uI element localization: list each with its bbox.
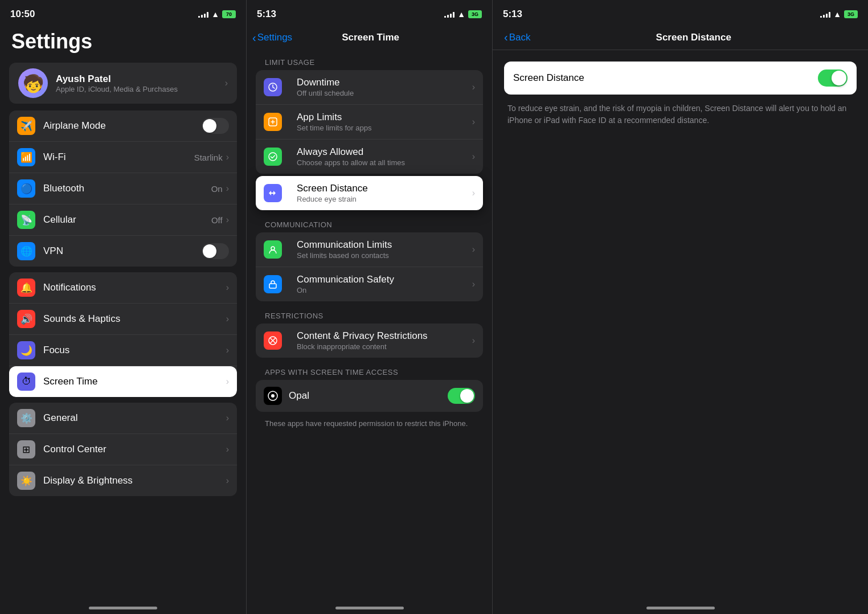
wifi-row[interactable]: 📶 Wi-Fi Starlink ›: [9, 142, 237, 173]
content-restrictions-row[interactable]: Content & Privacy Restrictions Block ina…: [256, 324, 483, 358]
sounds-chevron: ›: [226, 314, 229, 324]
panel-screentime: 5:13 ▲ 3G ‹ Settings Screen Time LIMIT U…: [246, 0, 492, 614]
downtime-label: Downtime: [297, 77, 472, 88]
opal-row[interactable]: Opal: [256, 380, 483, 412]
communication-header: COMMUNICATION: [247, 212, 492, 232]
sounds-row[interactable]: 🔊 Sounds & Haptics ›: [9, 304, 237, 335]
status-bar-2: 5:13 ▲ 3G: [247, 0, 492, 25]
battery-icon-1: 70: [222, 10, 236, 18]
screen-distance-toggle-row[interactable]: Screen Distance: [504, 62, 857, 95]
screen-distance-row[interactable]: Screen Distance Reduce eye strain ›: [256, 176, 483, 210]
vpn-toggle[interactable]: [202, 243, 229, 259]
cellular-label: Cellular: [43, 214, 211, 226]
commsafety-row[interactable]: Communication Safety On ›: [256, 267, 483, 301]
applimits-chevron: ›: [472, 117, 475, 127]
restrictions-header: RESTRICTIONS: [247, 304, 492, 324]
status-time-2: 5:13: [257, 9, 276, 20]
apps-access-header: APPS WITH SCREEN TIME ACCESS: [247, 360, 492, 380]
focus-row[interactable]: 🌙 Focus ›: [9, 335, 237, 366]
vpn-label: VPN: [43, 245, 202, 257]
controlcenter-chevron: ›: [226, 444, 229, 455]
screentime-icon: ⏱: [17, 373, 35, 391]
user-profile-row[interactable]: 🧒 Ayush Patel Apple ID, iCloud, Media & …: [9, 63, 237, 104]
settings-back-button[interactable]: ‹ Settings: [252, 31, 292, 44]
general-row[interactable]: ⚙️ General ›: [9, 403, 237, 434]
notifications-label: Notifications: [43, 282, 226, 293]
notifications-row[interactable]: 🔔 Notifications ›: [9, 272, 237, 304]
alwaysallowed-label: Always Allowed: [297, 146, 472, 158]
user-name: Ayush Patel: [56, 73, 225, 85]
page-title-settings: Settings: [0, 25, 246, 63]
vpn-icon: 🌐: [17, 242, 35, 260]
airplane-label: Airplane Mode: [43, 120, 202, 132]
limit-usage-header: LIMIT USAGE: [247, 50, 492, 70]
screendistance-chevron: ›: [472, 188, 475, 198]
panel-settings: 10:50 ▲ 70 Settings 🧒 Ayush Patel Apple …: [0, 0, 246, 614]
content-label: Content & Privacy Restrictions: [297, 330, 472, 342]
display-row[interactable]: ☀️ Display & Brightness ›: [9, 465, 237, 496]
alwaysallowed-row[interactable]: Always Allowed Choose apps to allow at a…: [256, 140, 483, 174]
content-sub: Block inappropriate content: [297, 342, 472, 351]
notifications-icon: 🔔: [17, 279, 35, 297]
alwaysallowed-chevron: ›: [472, 152, 475, 162]
wifi-status-icon-2: ▲: [457, 10, 465, 19]
commlimits-chevron: ›: [472, 244, 475, 255]
focus-label: Focus: [43, 345, 226, 356]
screendistance-icon: [264, 184, 282, 202]
commlimits-row[interactable]: Communication Limits Set limits based on…: [256, 232, 483, 267]
opal-toggle[interactable]: [448, 388, 475, 404]
airplane-icon: ✈️: [17, 117, 35, 135]
screen-distance-toggle[interactable]: [818, 69, 847, 87]
commlimits-label: Communication Limits: [297, 239, 472, 251]
applimits-label: App Limits: [297, 112, 472, 123]
airplane-mode-row[interactable]: ✈️ Airplane Mode: [9, 110, 237, 142]
controlcenter-icon: ⊞: [17, 440, 35, 459]
bluetooth-label: Bluetooth: [43, 183, 211, 194]
controlcenter-row[interactable]: ⊞ Control Center ›: [9, 434, 237, 465]
svg-point-7: [271, 394, 275, 398]
bluetooth-value: On: [211, 184, 223, 194]
home-indicator-2: [335, 607, 404, 609]
vpn-row[interactable]: 🌐 VPN: [9, 236, 237, 267]
cellular-row[interactable]: 📡 Cellular Off ›: [9, 204, 237, 236]
commlimits-sub: Set limits based on contacts: [297, 251, 472, 260]
general-label: General: [43, 412, 226, 424]
general-chevron: ›: [226, 413, 229, 423]
wifi-status-icon-1: ▲: [211, 10, 219, 19]
screentime-row[interactable]: ⏱ Screen Time ›: [9, 366, 237, 397]
applimits-sub: Set time limits for apps: [297, 124, 472, 132]
status-icons-3: ▲ 3G: [820, 10, 858, 19]
wifi-label: Wi-Fi: [43, 152, 194, 163]
battery-icon-3: 3G: [844, 10, 858, 18]
nav-bar-3: ‹ Back Screen Distance: [493, 25, 868, 50]
wifi-status-icon-3: ▲: [833, 10, 841, 19]
restrictions-section: Content & Privacy Restrictions Block ina…: [256, 324, 483, 358]
focus-chevron: ›: [226, 345, 229, 355]
notifications-chevron: ›: [226, 283, 229, 293]
screentime-label: Screen Time: [43, 376, 226, 387]
focus-icon: 🌙: [17, 341, 35, 359]
signal-icon-2: [444, 11, 455, 18]
back-button-3[interactable]: ‹ Back: [504, 31, 530, 44]
content-chevron: ›: [472, 335, 475, 346]
status-icons-2: ▲ 3G: [444, 10, 482, 19]
battery-icon-2: 3G: [468, 10, 482, 18]
user-subtitle: Apple ID, iCloud, Media & Purchases: [56, 85, 225, 93]
communication-section: Communication Limits Set limits based on…: [256, 232, 483, 301]
screen-distance-highlight[interactable]: Screen Distance Reduce eye strain ›: [256, 176, 483, 210]
cellular-chevron: ›: [226, 215, 229, 225]
wifi-value: Starlink: [194, 153, 223, 162]
status-bar-1: 10:50 ▲ 70: [0, 0, 246, 25]
commsafety-label: Communication Safety: [297, 274, 472, 285]
wifi-chevron: ›: [226, 152, 229, 162]
display-label: Display & Brightness: [43, 475, 226, 486]
applimits-row[interactable]: App Limits Set time limits for apps ›: [256, 105, 483, 140]
bluetooth-icon: 🔵: [17, 179, 35, 198]
controlcenter-label: Control Center: [43, 444, 226, 455]
bluetooth-row[interactable]: 🔵 Bluetooth On ›: [9, 173, 237, 204]
airplane-toggle[interactable]: [202, 118, 229, 134]
general-icon: ⚙️: [17, 409, 35, 427]
downtime-row[interactable]: Downtime Off until schedule ›: [256, 70, 483, 105]
user-avatar: 🧒: [18, 68, 48, 98]
commsafety-sub: On: [297, 286, 472, 294]
